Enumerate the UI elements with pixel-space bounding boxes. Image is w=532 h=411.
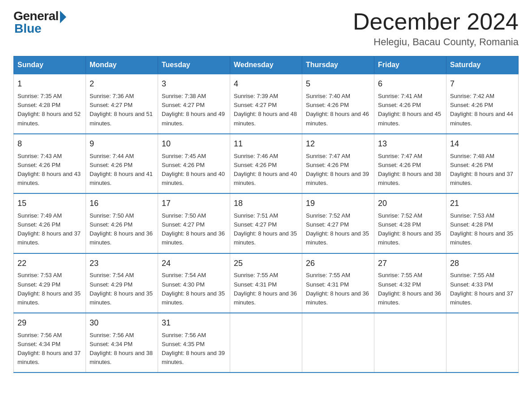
calendar-cell: 21Sunrise: 7:53 AMSunset: 4:28 PMDayligh…: [446, 193, 519, 253]
day-sun-info: Sunrise: 7:52 AMSunset: 4:28 PMDaylight:…: [378, 212, 441, 246]
day-sun-info: Sunrise: 7:49 AMSunset: 4:26 PMDaylight:…: [17, 212, 81, 246]
day-sun-info: Sunrise: 7:50 AMSunset: 4:26 PMDaylight:…: [90, 212, 153, 246]
day-number: 23: [90, 257, 154, 270]
day-number: 6: [378, 78, 442, 90]
day-sun-info: Sunrise: 7:47 AMSunset: 4:26 PMDaylight:…: [306, 153, 369, 186]
day-number: 2: [90, 78, 154, 90]
days-of-week-row: SundayMondayTuesdayWednesdayThursdayFrid…: [14, 56, 519, 74]
day-number: 18: [234, 197, 298, 210]
logo-blue-text: Blue: [14, 21, 42, 36]
calendar-cell: 10Sunrise: 7:45 AMSunset: 4:26 PMDayligh…: [158, 134, 230, 193]
day-sun-info: Sunrise: 7:36 AMSunset: 4:27 PMDaylight:…: [90, 93, 153, 126]
calendar-cell: [446, 313, 519, 372]
calendar-cell: 11Sunrise: 7:46 AMSunset: 4:26 PMDayligh…: [230, 134, 302, 193]
calendar-cell: 28Sunrise: 7:55 AMSunset: 4:33 PMDayligh…: [446, 253, 519, 313]
calendar-cell: 8Sunrise: 7:43 AMSunset: 4:26 PMDaylight…: [14, 134, 86, 193]
day-sun-info: Sunrise: 7:35 AMSunset: 4:28 PMDaylight:…: [17, 93, 81, 126]
calendar-cell: 22Sunrise: 7:53 AMSunset: 4:29 PMDayligh…: [14, 253, 86, 313]
calendar-cell: 9Sunrise: 7:44 AMSunset: 4:26 PMDaylight…: [86, 134, 158, 193]
day-sun-info: Sunrise: 7:40 AMSunset: 4:26 PMDaylight:…: [306, 93, 369, 126]
day-number: 15: [17, 197, 82, 210]
day-number: 7: [450, 78, 515, 90]
day-number: 25: [234, 257, 298, 270]
day-number: 11: [234, 138, 298, 150]
calendar-cell: 25Sunrise: 7:55 AMSunset: 4:31 PMDayligh…: [230, 253, 302, 313]
calendar-week-row: 8Sunrise: 7:43 AMSunset: 4:26 PMDaylight…: [14, 134, 519, 193]
day-sun-info: Sunrise: 7:54 AMSunset: 4:29 PMDaylight:…: [90, 272, 153, 305]
day-number: 26: [306, 257, 370, 270]
calendar-cell: 31Sunrise: 7:56 AMSunset: 4:35 PMDayligh…: [158, 313, 230, 372]
calendar-week-row: 22Sunrise: 7:53 AMSunset: 4:29 PMDayligh…: [14, 253, 519, 313]
day-sun-info: Sunrise: 7:45 AMSunset: 4:26 PMDaylight:…: [162, 153, 225, 186]
calendar-cell: 7Sunrise: 7:42 AMSunset: 4:26 PMDaylight…: [446, 74, 519, 133]
day-number: 20: [378, 197, 442, 210]
calendar-week-row: 15Sunrise: 7:49 AMSunset: 4:26 PMDayligh…: [14, 193, 519, 253]
day-number: 9: [90, 138, 154, 150]
page-header: General Blue December 2024 Helegiu, Baca…: [13, 9, 519, 48]
day-header-monday: Monday: [86, 56, 158, 74]
calendar-cell: 20Sunrise: 7:52 AMSunset: 4:28 PMDayligh…: [374, 193, 446, 253]
day-number: 31: [162, 317, 226, 330]
day-sun-info: Sunrise: 7:41 AMSunset: 4:26 PMDaylight:…: [378, 93, 441, 126]
calendar-cell: 14Sunrise: 7:48 AMSunset: 4:26 PMDayligh…: [446, 134, 519, 193]
calendar-cell: [230, 313, 302, 372]
day-number: 4: [234, 78, 298, 90]
calendar-cell: 3Sunrise: 7:38 AMSunset: 4:27 PMDaylight…: [158, 74, 230, 133]
day-sun-info: Sunrise: 7:53 AMSunset: 4:28 PMDaylight:…: [450, 212, 513, 246]
day-number: 27: [378, 257, 442, 270]
calendar-cell: 4Sunrise: 7:39 AMSunset: 4:27 PMDaylight…: [230, 74, 302, 133]
day-sun-info: Sunrise: 7:38 AMSunset: 4:27 PMDaylight:…: [162, 93, 225, 126]
calendar-cell: 27Sunrise: 7:55 AMSunset: 4:32 PMDayligh…: [374, 253, 446, 313]
day-number: 12: [306, 138, 370, 150]
day-number: 22: [17, 257, 82, 270]
calendar-cell: 13Sunrise: 7:47 AMSunset: 4:26 PMDayligh…: [374, 134, 446, 193]
calendar-cell: 2Sunrise: 7:36 AMSunset: 4:27 PMDaylight…: [86, 74, 158, 133]
day-number: 8: [17, 138, 82, 150]
calendar-cell: 12Sunrise: 7:47 AMSunset: 4:26 PMDayligh…: [302, 134, 374, 193]
calendar-cell: 24Sunrise: 7:54 AMSunset: 4:30 PMDayligh…: [158, 253, 230, 313]
day-number: 30: [90, 317, 154, 330]
day-sun-info: Sunrise: 7:51 AMSunset: 4:27 PMDaylight:…: [234, 212, 297, 246]
calendar-cell: [374, 313, 446, 372]
day-number: 5: [306, 78, 370, 90]
calendar-cell: 17Sunrise: 7:50 AMSunset: 4:27 PMDayligh…: [158, 193, 230, 253]
calendar-cell: 23Sunrise: 7:54 AMSunset: 4:29 PMDayligh…: [86, 253, 158, 313]
calendar-title: December 2024: [353, 9, 519, 34]
day-sun-info: Sunrise: 7:50 AMSunset: 4:27 PMDaylight:…: [162, 212, 225, 246]
day-number: 21: [450, 197, 515, 210]
day-sun-info: Sunrise: 7:43 AMSunset: 4:26 PMDaylight:…: [17, 153, 81, 186]
day-number: 24: [162, 257, 226, 270]
day-number: 17: [162, 197, 226, 210]
day-sun-info: Sunrise: 7:55 AMSunset: 4:32 PMDaylight:…: [378, 272, 441, 305]
day-header-thursday: Thursday: [302, 56, 374, 74]
day-number: 10: [162, 138, 226, 150]
day-sun-info: Sunrise: 7:44 AMSunset: 4:26 PMDaylight:…: [90, 153, 153, 186]
day-number: 13: [378, 138, 442, 150]
day-number: 1: [17, 78, 82, 90]
day-header-sunday: Sunday: [14, 56, 86, 74]
calendar-header: SundayMondayTuesdayWednesdayThursdayFrid…: [14, 56, 519, 74]
title-block: December 2024 Helegiu, Bacau County, Rom…: [353, 9, 519, 48]
day-sun-info: Sunrise: 7:54 AMSunset: 4:30 PMDaylight:…: [162, 272, 225, 305]
day-sun-info: Sunrise: 7:46 AMSunset: 4:26 PMDaylight:…: [234, 153, 297, 186]
day-number: 19: [306, 197, 370, 210]
calendar-cell: 6Sunrise: 7:41 AMSunset: 4:26 PMDaylight…: [374, 74, 446, 133]
calendar-cell: 19Sunrise: 7:52 AMSunset: 4:27 PMDayligh…: [302, 193, 374, 253]
day-header-friday: Friday: [374, 56, 446, 74]
day-number: 14: [450, 138, 515, 150]
day-sun-info: Sunrise: 7:39 AMSunset: 4:27 PMDaylight:…: [234, 93, 297, 126]
calendar-cell: 29Sunrise: 7:56 AMSunset: 4:34 PMDayligh…: [14, 313, 86, 372]
calendar-cell: 16Sunrise: 7:50 AMSunset: 4:26 PMDayligh…: [86, 193, 158, 253]
day-sun-info: Sunrise: 7:47 AMSunset: 4:26 PMDaylight:…: [378, 153, 441, 186]
day-sun-info: Sunrise: 7:55 AMSunset: 4:31 PMDaylight:…: [306, 272, 369, 305]
day-sun-info: Sunrise: 7:42 AMSunset: 4:26 PMDaylight:…: [450, 93, 513, 126]
calendar-week-row: 29Sunrise: 7:56 AMSunset: 4:34 PMDayligh…: [14, 313, 519, 372]
day-number: 16: [90, 197, 154, 210]
day-sun-info: Sunrise: 7:55 AMSunset: 4:33 PMDaylight:…: [450, 272, 513, 305]
calendar-subtitle: Helegiu, Bacau County, Romania: [353, 36, 519, 48]
day-header-tuesday: Tuesday: [158, 56, 230, 74]
day-sun-info: Sunrise: 7:56 AMSunset: 4:34 PMDaylight:…: [90, 332, 153, 365]
day-number: 28: [450, 257, 515, 270]
calendar-cell: 26Sunrise: 7:55 AMSunset: 4:31 PMDayligh…: [302, 253, 374, 313]
calendar-cell: 30Sunrise: 7:56 AMSunset: 4:34 PMDayligh…: [86, 313, 158, 372]
